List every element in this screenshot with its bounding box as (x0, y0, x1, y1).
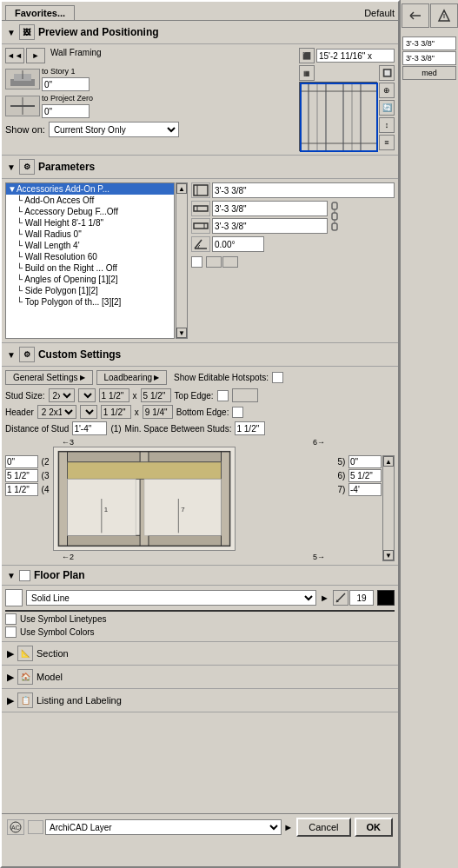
tree-item-0[interactable]: ▼ Accessories Add-On P... (6, 183, 174, 195)
custom-settings-section: ▼ ⚙ Custom Settings General Settings ▶ L… (2, 343, 398, 566)
dim-ctrl-icon: ⬛ (299, 48, 315, 63)
right-input-2[interactable] (348, 469, 382, 482)
tree-item-7[interactable]: └ Build on the Right ... Off (6, 262, 174, 274)
view-ctrl-1[interactable]: 🔲 (379, 65, 395, 81)
story-field-row: to Story 1 (5, 67, 295, 91)
header-select[interactable]: 2 2x10 (37, 405, 76, 419)
right-input-3[interactable] (348, 483, 382, 496)
framing-area: (2 (3 (4 ←3 6→ (5, 438, 395, 561)
rp-btn-2[interactable] (430, 3, 458, 28)
preview-inner: ◄◄ ► Wall Framing to Story 1 (5, 48, 395, 151)
diagram-sb-up[interactable]: ▲ (383, 456, 394, 467)
bottom-edge-checkbox[interactable] (232, 407, 243, 418)
tree-item-1[interactable]: └ Add-On Acces Off (6, 195, 174, 206)
rp-btn-1[interactable] (402, 3, 429, 28)
floor-section-header[interactable]: ▼ Floor Plan (2, 566, 398, 586)
tree-item-6[interactable]: └ Wall Resolution 60 (6, 251, 174, 262)
tree-item-2[interactable]: └ Accessory Debug F...Off (6, 206, 174, 217)
custom-content-area: General Settings ▶ Loadbearing ▶ Show Ed… (2, 367, 398, 566)
cancel-button[interactable]: Cancel (296, 818, 350, 837)
tab-loadbearing[interactable]: Loadbearing ▶ (96, 370, 168, 385)
tree-item-5[interactable]: └ Wall Length 4' (6, 240, 174, 251)
extra-btn-1[interactable] (206, 256, 222, 268)
stud-dim1-input[interactable] (99, 388, 129, 402)
bottom-edge-label: Bottom Edge: (176, 407, 229, 417)
project-value-input[interactable] (42, 104, 90, 118)
symbol-colors-checkbox[interactable] (5, 626, 17, 638)
floor-line-select[interactable]: Solid Line (26, 590, 316, 606)
layer-select[interactable]: ArchiCAD Layer (45, 819, 282, 835)
tree-item-10[interactable]: └ Top Polygon of th... [3][2] (6, 296, 174, 308)
min-space-input[interactable] (235, 421, 265, 435)
floor-checkbox-left[interactable] (5, 589, 23, 606)
param-icon-2 (191, 201, 210, 216)
top-edge-checkbox[interactable] (217, 390, 229, 401)
diagram-scrollbar[interactable]: ▲ ▼ (382, 455, 395, 561)
floor-header-checkbox[interactable] (19, 570, 30, 581)
story-value-input[interactable] (42, 77, 90, 91)
model-section[interactable]: ▶ 🏠 Model (2, 666, 398, 689)
right-input-1[interactable] (348, 455, 382, 468)
params-inner: ▼ Accessories Add-On P... └ Add-On Acces… (5, 182, 395, 339)
params-section-header[interactable]: ▼ ⚙ Parameters (2, 156, 398, 179)
dist-value-input[interactable] (72, 421, 107, 435)
extra-btn-2[interactable] (222, 256, 238, 268)
pen-num-input[interactable] (349, 590, 374, 606)
tab-favorites[interactable]: Favorites... (5, 5, 75, 20)
tree-item-9[interactable]: └ Side Polygon [1][2] (6, 285, 174, 296)
model-label: Model (37, 672, 63, 682)
svg-text:AC: AC (11, 825, 20, 831)
header-dim-select[interactable]: 2 (80, 405, 97, 419)
angle-input[interactable] (212, 236, 264, 252)
bottom-dim-2: 5→ (313, 553, 325, 561)
sb-up[interactable]: ▲ (176, 183, 187, 194)
bottom-dim-1: ←2 (62, 553, 74, 561)
preview-section-header[interactable]: ▼ 🖼 Preview and Positioning (2, 21, 398, 44)
listing-section[interactable]: ▶ 📋 Listing and Labeling (2, 689, 398, 712)
stud-dim-select[interactable] (78, 388, 96, 402)
framing-diagram-container: ←3 6→ (53, 438, 334, 561)
param-input-3[interactable] (212, 218, 328, 234)
right-field-3: 7) (335, 483, 382, 496)
left-input-1[interactable] (5, 455, 38, 468)
param-input-2[interactable] (212, 201, 328, 216)
tree-label-3: └ Wall Height 8'-1 1/8" (17, 218, 103, 228)
nav-prev-button[interactable]: ◄◄ (5, 48, 24, 63)
color-swatch[interactable] (377, 590, 395, 606)
nav-next-button[interactable]: ► (26, 48, 45, 63)
stud-dim2-input[interactable] (141, 388, 171, 402)
diagram-sb-down[interactable]: ▼ (383, 550, 394, 560)
angle-row (191, 236, 395, 252)
view-ctrl-3[interactable]: 🔄 (379, 100, 395, 116)
show-on-select[interactable]: Current Story Only (49, 122, 179, 137)
symbol-linetypes-checkbox[interactable] (5, 613, 17, 625)
sb-down[interactable]: ▼ (176, 328, 187, 338)
tab-general-settings[interactable]: General Settings ▶ (5, 370, 93, 385)
tree-item-4[interactable]: └ Wall Radius 0" (6, 229, 174, 240)
ok-button[interactable]: OK (355, 818, 394, 837)
tree-item-8[interactable]: └ Angles of Opening [1][2] (6, 274, 174, 285)
tree-item-3[interactable]: └ Wall Height 8'-1 1/8" (6, 217, 174, 229)
header-dim2-input[interactable] (143, 405, 173, 419)
pen-btn[interactable] (333, 590, 348, 606)
view-ctrl-2[interactable]: ⊕ (379, 83, 395, 98)
hotspots-checkbox[interactable] (272, 372, 283, 383)
header-dim1-input[interactable] (101, 405, 131, 419)
view-ctrl-5[interactable]: ≡ (379, 135, 395, 150)
custom-section-header[interactable]: ▼ ⚙ Custom Settings (2, 343, 398, 367)
param-input-1[interactable] (212, 182, 395, 198)
floor-section-title: Floor Plan (34, 569, 85, 581)
tab-default[interactable]: Default (364, 8, 395, 18)
dim-x-input[interactable] (316, 49, 395, 63)
rp-value-rows: 3'-3 3/8" 3'-3 3/8" med (402, 36, 456, 80)
left-input-2[interactable] (5, 469, 38, 482)
checkbox-1[interactable] (191, 256, 202, 268)
hatch-ctrl-icons: ▦ (299, 65, 315, 81)
params-tree[interactable]: ▼ Accessories Add-On P... └ Add-On Acces… (5, 182, 175, 339)
section-section[interactable]: ▶ 📐 Section (2, 642, 398, 666)
view-ctrl-4[interactable]: ↕ (379, 117, 395, 133)
left-input-3[interactable] (5, 483, 38, 496)
stud-size-select[interactable]: 2x6 (49, 388, 75, 402)
top-edge-control[interactable] (232, 388, 258, 402)
tree-scrollbar[interactable]: ▲ ▼ (176, 182, 188, 339)
